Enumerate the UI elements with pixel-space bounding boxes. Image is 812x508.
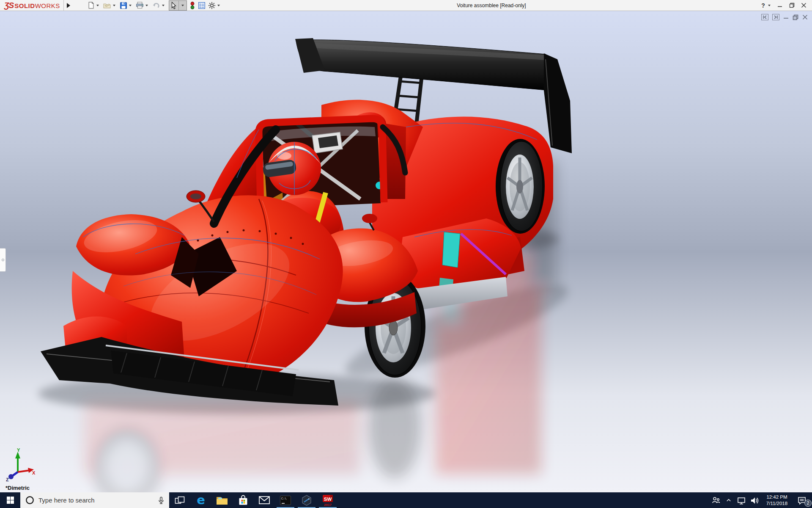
solidworks-window: ƷS SOLIDWORKS bbox=[0, 0, 812, 508]
undo-arrow-icon bbox=[152, 2, 160, 9]
document-close-button[interactable] bbox=[802, 14, 808, 20]
dropdown-caret bbox=[129, 5, 132, 6]
store-icon bbox=[237, 494, 249, 506]
right-triangle-icon bbox=[67, 3, 70, 8]
volume-button[interactable] bbox=[748, 492, 760, 508]
people-icon bbox=[711, 495, 721, 505]
document-restore-button[interactable] bbox=[793, 14, 798, 20]
restore-icon bbox=[793, 14, 798, 20]
minimize-button[interactable] bbox=[775, 0, 785, 11]
command-prompt-button[interactable]: C:\ bbox=[275, 492, 296, 508]
solidworks-logo-text-bold: SOLID bbox=[14, 2, 35, 9]
pane-right-arrow-icon bbox=[774, 15, 778, 19]
new-document-button[interactable] bbox=[87, 0, 102, 11]
dropdown-caret bbox=[768, 5, 771, 6]
new-document-icon bbox=[88, 2, 95, 9]
taskbar-spacer bbox=[338, 492, 710, 508]
open-button[interactable] bbox=[102, 0, 118, 11]
save-button[interactable] bbox=[119, 0, 134, 11]
file-explorer-icon bbox=[216, 495, 228, 506]
search-input[interactable] bbox=[38, 497, 153, 504]
document-minimize-button[interactable] bbox=[783, 14, 789, 20]
rebuild-button[interactable] bbox=[189, 0, 196, 11]
file-explorer-button[interactable] bbox=[211, 492, 233, 508]
options-button[interactable] bbox=[207, 0, 222, 11]
select-tool-button[interactable] bbox=[169, 0, 178, 11]
cortana-ring-icon bbox=[25, 496, 34, 505]
tray-time: 12:42 PM bbox=[766, 494, 787, 500]
task-view-icon bbox=[175, 496, 185, 505]
network-icon bbox=[736, 495, 746, 505]
edge-button[interactable]: e bbox=[190, 492, 211, 508]
dropdown-caret bbox=[181, 5, 184, 6]
gear-icon bbox=[208, 2, 216, 9]
task-view-button[interactable] bbox=[169, 492, 190, 508]
dropdown-caret bbox=[96, 5, 99, 6]
tray-chevron-button[interactable] bbox=[722, 492, 735, 508]
save-floppy-icon bbox=[120, 2, 127, 9]
traffic-light-icon bbox=[189, 2, 195, 9]
list-properties-icon bbox=[198, 2, 206, 9]
mail-icon bbox=[258, 496, 270, 505]
undo-button[interactable] bbox=[151, 0, 167, 11]
document-title: Voiture assomblee [Read-only] bbox=[222, 3, 760, 8]
graphics-area[interactable]: Y X Z *Dimetric bbox=[0, 11, 812, 492]
select-tool-dropdown[interactable] bbox=[179, 0, 187, 11]
rear-wheel bbox=[496, 139, 545, 234]
edge-icon: e bbox=[197, 494, 205, 506]
notification-badge: 2 bbox=[804, 500, 812, 507]
solidworks-logo-text-light: WORKS bbox=[35, 2, 60, 9]
triad-x-label: X bbox=[32, 470, 36, 475]
dropdown-caret bbox=[162, 5, 165, 6]
open-folder-icon bbox=[103, 2, 111, 9]
window-controls: ? bbox=[760, 0, 812, 11]
chevron-up-icon bbox=[724, 496, 733, 505]
hexagon-app-icon bbox=[301, 494, 313, 506]
help-button[interactable]: ? bbox=[760, 0, 773, 11]
cmd-glyph: C:\ bbox=[281, 497, 287, 500]
windows-logo-icon bbox=[7, 497, 14, 504]
triad-z-label: Z bbox=[6, 477, 9, 481]
flyout-dot-icon bbox=[2, 259, 4, 261]
menu-expand-arrow-button[interactable] bbox=[64, 0, 73, 11]
command-prompt-icon: C:\ bbox=[280, 495, 291, 506]
start-button[interactable] bbox=[0, 492, 20, 508]
close-icon bbox=[801, 3, 807, 8]
sw-year: 2017 bbox=[324, 503, 332, 507]
solidworks-logo: ƷS SOLIDWORKS bbox=[0, 1, 63, 10]
document-window-controls bbox=[761, 14, 808, 20]
panel-flyout-tab[interactable] bbox=[0, 248, 6, 272]
network-button[interactable] bbox=[735, 492, 748, 508]
print-icon bbox=[136, 2, 144, 9]
speaker-icon bbox=[749, 495, 759, 505]
dropdown-caret bbox=[113, 5, 115, 6]
microphone-icon[interactable] bbox=[157, 496, 165, 505]
minimize-icon bbox=[783, 14, 789, 20]
dropdown-caret bbox=[217, 5, 220, 6]
sw-letters: SW bbox=[324, 496, 332, 501]
taskbar-search[interactable] bbox=[20, 492, 169, 508]
store-button[interactable] bbox=[233, 492, 254, 508]
print-button[interactable] bbox=[135, 0, 151, 11]
restore-button[interactable] bbox=[787, 0, 797, 11]
dark-hexagon-app-button[interactable] bbox=[296, 492, 317, 508]
dropdown-caret bbox=[145, 5, 148, 6]
pane-left-arrow-icon bbox=[763, 15, 767, 19]
close-button[interactable] bbox=[798, 0, 809, 11]
pane-next-button[interactable] bbox=[772, 14, 779, 20]
car-model-3d[interactable] bbox=[0, 11, 812, 492]
mail-button[interactable] bbox=[254, 492, 275, 508]
right-mirror bbox=[362, 214, 377, 223]
restore-icon bbox=[789, 3, 795, 8]
display-settings-button[interactable] bbox=[197, 0, 206, 11]
help-label: ? bbox=[761, 2, 765, 9]
standard-toolbar bbox=[87, 0, 222, 11]
pane-previous-button[interactable] bbox=[761, 14, 768, 20]
action-center-button[interactable]: 2 bbox=[793, 492, 810, 508]
solidworks-2017-icon: SW 2017 bbox=[321, 494, 334, 507]
people-button[interactable] bbox=[710, 492, 722, 508]
solidworks-2017-button[interactable]: SW 2017 bbox=[317, 492, 338, 508]
clock-button[interactable]: 12:42 PM 7/11/2018 bbox=[760, 492, 793, 508]
close-icon bbox=[802, 14, 808, 20]
minimize-icon bbox=[777, 3, 782, 8]
